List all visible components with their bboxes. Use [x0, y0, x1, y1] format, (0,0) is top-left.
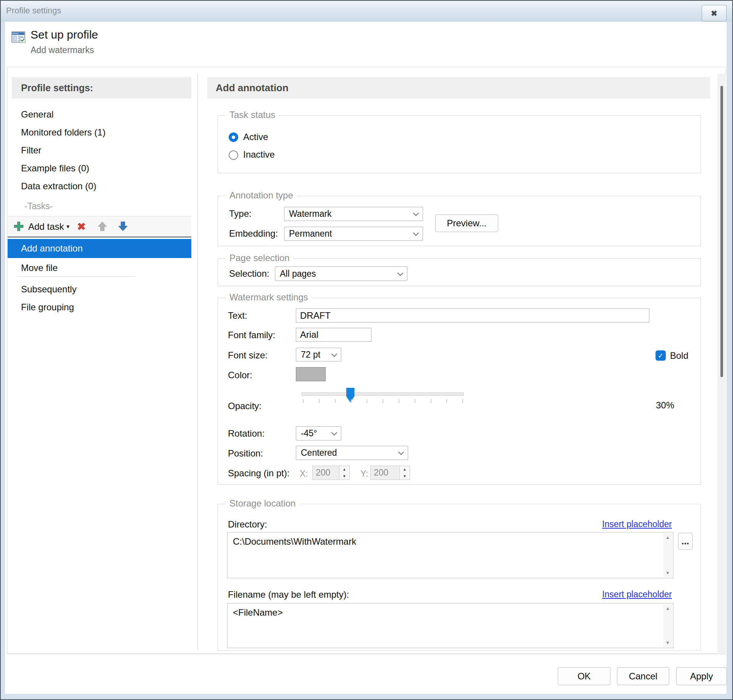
- ok-button[interactable]: OK: [558, 667, 610, 685]
- textarea-scrollbar[interactable]: ▲▼: [663, 604, 672, 647]
- filename-label: Filename (may be left empty):: [228, 589, 349, 600]
- slider-tick: [431, 399, 431, 403]
- inactive-radio[interactable]: [229, 150, 238, 160]
- type-dropdown[interactable]: Watermark: [284, 207, 423, 221]
- font-family-input[interactable]: Arial: [296, 328, 371, 342]
- filename-input[interactable]: <FileName> ▲▼: [227, 603, 673, 648]
- annotation-type-legend: Annotation type: [226, 190, 297, 201]
- slider-tick: [399, 399, 399, 403]
- scroll-up-icon[interactable]: ▲: [665, 606, 670, 611]
- check-icon: ✓: [658, 352, 664, 360]
- watermark-settings-group: Watermark settings: [218, 298, 701, 485]
- spacing-y-stepper[interactable]: 200 ▲▼: [370, 466, 410, 480]
- chevron-down-icon: [413, 210, 419, 216]
- sidebar-heading: Profile settings:: [12, 77, 191, 98]
- move-task-down-icon[interactable]: [117, 220, 129, 232]
- sidebar-item-general[interactable]: General: [21, 109, 53, 120]
- slider-tick: [351, 399, 352, 403]
- embedding-dropdown-value: Permanent: [289, 229, 332, 239]
- embedding-label: Embedding:: [229, 228, 278, 239]
- spacing-label: Spacing (in pt):: [228, 468, 289, 479]
- active-radio[interactable]: [229, 132, 238, 142]
- spin-down-icon[interactable]: ▼: [403, 474, 407, 478]
- add-task-dropdown-caret-icon[interactable]: ▾: [66, 223, 69, 230]
- slider-tick: [383, 399, 383, 403]
- sidebar-main-separator: [197, 74, 198, 650]
- move-task-up-icon[interactable]: [96, 220, 108, 232]
- tasks-section-label: -Tasks-: [24, 201, 53, 211]
- scroll-up-icon[interactable]: ▲: [665, 535, 670, 540]
- preview-button[interactable]: Preview...: [435, 215, 498, 232]
- profile-settings-window: Profile settings ✖ Set up profile Add wa…: [0, 0, 733, 700]
- filename-insert-placeholder-link[interactable]: Insert placeholder: [602, 589, 672, 600]
- textarea-scrollbar[interactable]: ▲▼: [663, 533, 672, 577]
- sidebar-item-filter[interactable]: Filter: [21, 145, 41, 156]
- apply-button[interactable]: Apply: [676, 667, 727, 685]
- close-icon: ✖: [711, 9, 717, 18]
- slider-tick: [303, 399, 304, 403]
- sidebar-divider: [18, 276, 135, 277]
- window-titlebar[interactable]: [1, 1, 732, 22]
- watermark-text-input[interactable]: DRAFT: [296, 308, 649, 323]
- sidebar-item-example-files[interactable]: Example files (0): [21, 163, 89, 174]
- sidebar-item-file-grouping[interactable]: File grouping: [21, 302, 74, 313]
- sidebar-item-data-extraction[interactable]: Data extraction (0): [21, 181, 96, 192]
- spacing-x-stepper[interactable]: 200 ▲▼: [312, 466, 350, 480]
- add-task-button[interactable]: Add task: [28, 221, 64, 232]
- directory-input[interactable]: C:\Documents\WithWatermark ▲▼: [227, 532, 673, 578]
- bold-checkbox-label[interactable]: Bold: [670, 350, 688, 361]
- watermark-settings-legend: Watermark settings: [226, 292, 312, 303]
- delete-task-icon[interactable]: ✖: [77, 221, 86, 233]
- type-label: Type:: [229, 208, 252, 219]
- main-section-title: Add annotation: [207, 77, 710, 98]
- font-family-label: Font family:: [228, 330, 275, 340]
- slider-tick: [415, 399, 415, 403]
- inactive-radio-label[interactable]: Inactive: [243, 149, 275, 160]
- page-subtitle: Add watermarks: [31, 45, 94, 55]
- window-title: Profile settings: [6, 6, 61, 16]
- color-swatch-button[interactable]: [296, 367, 326, 381]
- rotation-dropdown[interactable]: -45°: [296, 426, 341, 440]
- active-radio-label[interactable]: Active: [243, 132, 268, 142]
- scroll-down-icon[interactable]: ▼: [665, 570, 670, 576]
- add-task-plus-icon: [13, 221, 24, 232]
- rotation-label: Rotation:: [228, 428, 265, 439]
- spacing-x-label: X:: [300, 469, 308, 479]
- chevron-down-icon: [331, 351, 337, 357]
- color-label: Color:: [228, 370, 252, 381]
- browse-directory-button[interactable]: ...: [678, 533, 693, 550]
- directory-insert-placeholder-link[interactable]: Insert placeholder: [602, 519, 672, 529]
- font-size-dropdown-value: 72 pt: [301, 350, 320, 360]
- sidebar-item-subsequently[interactable]: Subsequently: [21, 284, 76, 295]
- scroll-down-icon[interactable]: ▼: [665, 640, 670, 645]
- slider-tick: [446, 399, 447, 403]
- page-title: Set up profile: [31, 28, 98, 41]
- slider-tick: [366, 399, 367, 403]
- spin-up-icon[interactable]: ▲: [342, 467, 346, 471]
- spin-down-icon[interactable]: ▼: [342, 474, 346, 478]
- text-label: Text:: [228, 310, 247, 321]
- position-dropdown[interactable]: Centered: [296, 446, 408, 460]
- chevron-down-icon: [397, 270, 404, 276]
- task-status-legend: Task status: [226, 110, 279, 120]
- embedding-dropdown[interactable]: Permanent: [284, 227, 423, 241]
- task-item-add-annotation[interactable]: Add annotation: [8, 239, 191, 258]
- main-scrollbar-thumb[interactable]: [720, 86, 723, 377]
- task-item-move-file[interactable]: Move file: [21, 263, 58, 273]
- bold-checkbox[interactable]: ✓: [656, 350, 666, 361]
- sidebar-item-monitored-folders[interactable]: Monitored folders (1): [21, 127, 105, 138]
- footer-divider: [7, 654, 727, 654]
- cancel-button[interactable]: Cancel: [617, 667, 669, 685]
- chevron-down-icon: [413, 230, 419, 236]
- close-button[interactable]: ✖: [702, 5, 727, 21]
- type-dropdown-value: Watermark: [289, 209, 332, 219]
- selection-dropdown[interactable]: All pages: [275, 266, 407, 281]
- spin-up-icon[interactable]: ▲: [403, 467, 407, 471]
- position-label: Position:: [228, 448, 263, 459]
- position-dropdown-value: Centered: [301, 448, 337, 458]
- setup-profile-icon: [11, 29, 27, 45]
- opacity-slider-track[interactable]: [302, 392, 464, 396]
- font-size-label: Font size:: [228, 350, 268, 361]
- font-size-dropdown[interactable]: 72 pt: [296, 348, 341, 361]
- slider-tick: [462, 399, 463, 403]
